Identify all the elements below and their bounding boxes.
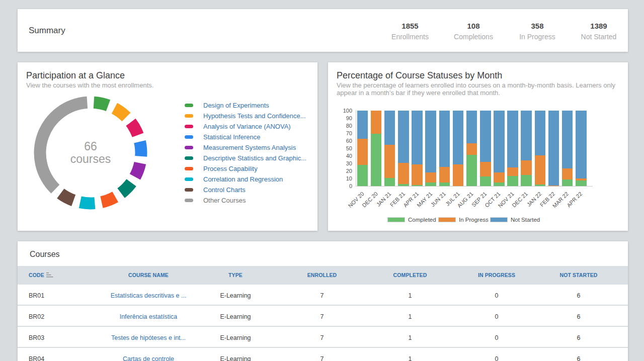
svg-text:66: 66 (84, 140, 97, 153)
svg-text:courses: courses (70, 152, 111, 165)
